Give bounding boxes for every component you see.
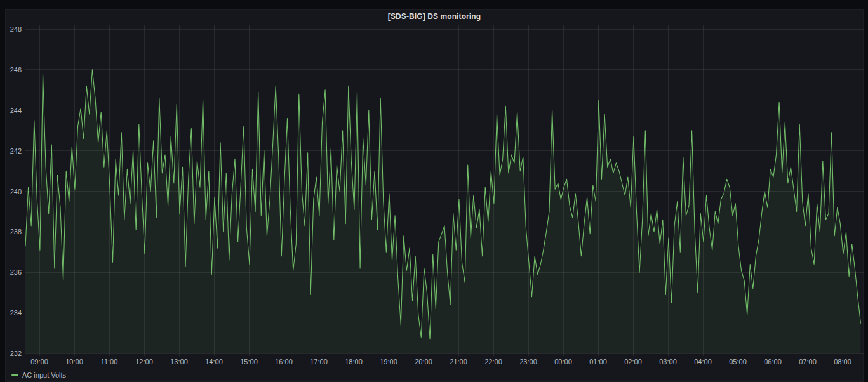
x-axis-tick-label: 14:00 — [205, 358, 223, 366]
x-axis-tick-label: 03:00 — [659, 358, 677, 366]
x-axis-tick-label: 10:00 — [65, 358, 83, 366]
x-axis-tick-label: 17:00 — [310, 358, 328, 366]
series-color-marker-icon — [11, 374, 18, 376]
legend-item-ac-input-volts[interactable]: AC input Volts — [11, 370, 66, 380]
timeseries-chart[interactable]: 24824624424224023823623423209:0010:0011:… — [0, 0, 868, 382]
y-axis-tick-label: 242 — [10, 147, 22, 155]
x-axis-tick-label: 05:00 — [729, 358, 747, 366]
y-axis-tick-label: 236 — [10, 268, 22, 276]
x-axis-tick-label: 04:00 — [694, 358, 712, 366]
x-axis-tick-label: 12:00 — [135, 358, 153, 366]
x-axis-tick-label: 13:00 — [170, 358, 188, 366]
x-axis-tick-label: 00:00 — [554, 358, 572, 366]
x-axis-tick-label: 20:00 — [415, 358, 432, 366]
x-axis-tick-label: 11:00 — [101, 358, 118, 366]
x-axis-tick-label: 01:00 — [589, 358, 607, 366]
y-axis-tick-label: 244 — [10, 107, 22, 114]
x-axis-tick-label: 21:00 — [450, 358, 467, 366]
x-axis-tick-label: 16:00 — [275, 358, 293, 366]
x-axis-tick-label: 22:00 — [484, 358, 502, 366]
panel-title: [SDS-BIG] DS monitoring — [388, 12, 481, 21]
x-axis-tick-label: 07:00 — [799, 358, 817, 366]
x-axis-tick-label: 02:00 — [624, 358, 642, 366]
y-axis-tick-label: 234 — [10, 309, 22, 317]
x-axis-tick-label: 19:00 — [380, 358, 397, 366]
x-axis-tick-label: 08:00 — [834, 358, 851, 366]
x-axis-tick-label: 18:00 — [345, 358, 363, 366]
series-area-fill — [25, 70, 860, 353]
panel-header[interactable]: [SDS-BIG] DS monitoring — [5, 9, 864, 24]
y-axis-tick-label: 240 — [10, 188, 22, 195]
legend-series-label: AC input Volts — [22, 370, 66, 380]
y-axis-tick-label: 248 — [10, 25, 22, 33]
y-axis-tick-label: 246 — [10, 66, 22, 74]
x-axis-tick-label: 15:00 — [240, 358, 258, 366]
x-axis-tick-label: 23:00 — [519, 358, 537, 366]
x-axis-tick-label: 09:00 — [30, 358, 48, 366]
y-axis-tick-label: 238 — [10, 228, 22, 235]
y-axis-tick-label: 232 — [10, 350, 22, 357]
x-axis-tick-label: 06:00 — [764, 358, 782, 366]
